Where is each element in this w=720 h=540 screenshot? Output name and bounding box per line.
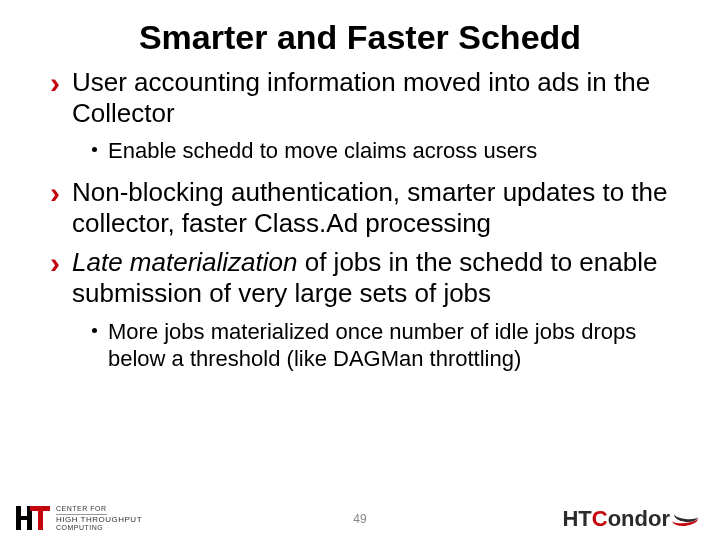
htc-center-logo: CENTER FOR HIGH THROUGHPUT COMPUTING bbox=[16, 504, 142, 534]
htcondor-logo: HTCondor bbox=[562, 506, 702, 532]
page-number: 49 bbox=[353, 512, 366, 526]
bullet-item: Late materialization of jobs in the sche… bbox=[50, 247, 690, 309]
ht-mark-icon bbox=[16, 504, 50, 534]
bullet-item: User accounting information moved into a… bbox=[50, 67, 690, 129]
bullet-item: Non-blocking authentication, smarter upd… bbox=[50, 177, 690, 239]
sub-bullet-item: Enable schedd to move claims across user… bbox=[92, 137, 690, 165]
swoosh-icon bbox=[672, 507, 702, 531]
sub-bullet-item: More jobs materialized once number of id… bbox=[92, 318, 690, 373]
slide-footer: CENTER FOR HIGH THROUGHPUT COMPUTING 49 … bbox=[0, 492, 720, 540]
slide-title: Smarter and Faster Schedd bbox=[0, 0, 720, 67]
htc-center-text: CENTER FOR HIGH THROUGHPUT COMPUTING bbox=[56, 505, 142, 533]
slide-content: User accounting information moved into a… bbox=[0, 67, 720, 373]
